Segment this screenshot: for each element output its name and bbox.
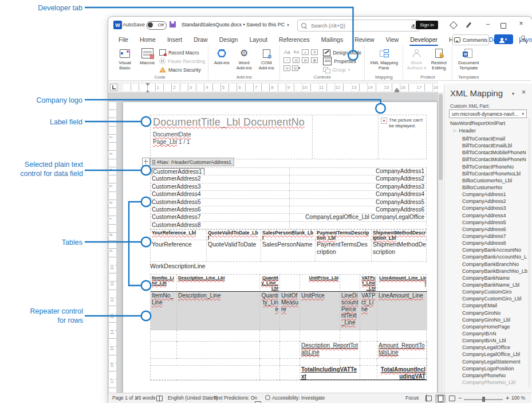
- search-input[interactable]: [310, 22, 409, 29]
- tab-mailings[interactable]: Mailings: [316, 33, 349, 46]
- minimize-button[interactable]: –: [484, 20, 492, 29]
- customer-address-cell[interactable]: CustomerAddress5: [151, 199, 290, 206]
- ref-value-cell[interactable]: PaymentTermsDescription: [316, 240, 372, 261]
- pane-options-icon[interactable]: ▾: [512, 91, 514, 96]
- macros-button[interactable]: Macros: [137, 47, 157, 74]
- read-mode-button[interactable]: [424, 394, 433, 402]
- customer-address-cell[interactable]: CustomerAddress3: [151, 183, 290, 190]
- tab-selector[interactable]: [110, 84, 117, 91]
- tab-references[interactable]: References: [273, 33, 316, 46]
- xml-field-companyaddress8[interactable]: CompanyAddress8: [462, 240, 530, 247]
- item-header-cell[interactable]: VATPct_Line_Lbl: [360, 275, 377, 292]
- xml-field-companylogoposition[interactable]: CompanyLogoPosition: [462, 365, 530, 372]
- document-title-control[interactable]: DocumentTitle_Lbl DocumentNo: [153, 116, 305, 128]
- maximize-button[interactable]: [501, 23, 506, 29]
- repeater-cell[interactable]: VATPct_Line: [360, 292, 377, 330]
- xml-field-companycustomgiro[interactable]: CompanyCustomGiro: [462, 288, 530, 295]
- record-macro-button[interactable]: Record Macro: [159, 49, 205, 56]
- xml-field-billtocontactphoneno[interactable]: BillToContactPhoneNo: [462, 163, 530, 170]
- xml-field-companybankname[interactable]: CompanyBankName: [462, 275, 530, 281]
- xml-field-companygirono-lbl[interactable]: CompanyGiroNo_Lbl: [462, 316, 530, 323]
- xml-field-companybankaccountno-l[interactable]: CompanyBankAccountNo_L: [462, 253, 530, 260]
- xml-field-billtocustumerno[interactable]: BilltoCustumerNo: [462, 184, 530, 191]
- xml-field-companyaddress2[interactable]: CompanyAddress2: [462, 198, 530, 205]
- totals-description-cell[interactable]: Description_ReportTotalsLine: [300, 342, 360, 359]
- xml-field-companyiban[interactable]: CompanyIBAN: [462, 330, 530, 337]
- text-predictions-status[interactable]: Text Predictions: On: [214, 395, 257, 401]
- document-page[interactable]: DocumentTitle_Lbl DocumentNo DocumentDat…: [123, 102, 437, 393]
- xml-field-companyiban-lbl[interactable]: CompanyIBAN_Lbl: [462, 337, 530, 344]
- ref-value-cell[interactable]: ShipmentMethodDescription: [372, 240, 427, 261]
- xml-field-companybankbranchno-lb[interactable]: CompanyBankBranchNo_Lb: [462, 268, 530, 275]
- table-move-handle[interactable]: [142, 158, 150, 166]
- xml-field-billtocustomerno-lbl[interactable]: BilltoCustomerNo_Lbl: [462, 177, 530, 184]
- customer-address-cell[interactable]: CustomerAddress8: [151, 222, 290, 229]
- document-scrollbar[interactable]: [438, 92, 443, 393]
- repeater-cell[interactable]: UnitPrice: [300, 292, 340, 330]
- customer-address-cell[interactable]: CustomerAddress7: [151, 214, 290, 221]
- save-icon[interactable]: [170, 21, 176, 28]
- zoom-level[interactable]: 100 %: [511, 395, 525, 401]
- company-address-cell[interactable]: CompanyAddress2: [290, 175, 426, 182]
- tab-insert[interactable]: Insert: [161, 33, 188, 46]
- customer-address-cell[interactable]: CustomerAddress4: [151, 191, 290, 198]
- plain-text-control[interactable]: CustomerAddress3: [152, 183, 201, 190]
- document-date-control[interactable]: DocumentDate: [153, 131, 191, 138]
- xml-field-companyaddress7[interactable]: CompanyAddress7: [462, 233, 530, 240]
- customer-address-cell[interactable]: CustomerAddress1: [151, 168, 290, 175]
- tab-view[interactable]: View: [380, 33, 405, 46]
- xml-field-billtocontactphonenolbl[interactable]: BillToContactPhoneNoLbl: [462, 170, 530, 177]
- xml-tree-header-node[interactable]: ▷ Header: [454, 128, 476, 134]
- plain-text-control[interactable]: CustomerAddress5: [152, 199, 201, 205]
- zoom-slider[interactable]: [464, 399, 503, 400]
- repeater-cell[interactable]: Description_Line: [177, 292, 260, 330]
- com-addins-button[interactable]: COM Add-ins: [256, 47, 277, 74]
- xml-tree-root[interactable]: NavWordReportXmlPart: [450, 120, 505, 126]
- xml-field-billtocontactemaillbl[interactable]: BillToContactEmailLbl: [462, 142, 530, 149]
- close-button[interactable]: ×: [517, 19, 525, 29]
- xml-field-companylegalstatement[interactable]: CompanyLegalStatement: [462, 358, 530, 365]
- total-incl-vat-amount-cell[interactable]: TotalAmountIncludingVAT: [377, 366, 427, 380]
- document-template-button[interactable]: Document Template: [455, 47, 482, 74]
- word-count[interactable]: 45 words: [136, 395, 156, 401]
- xml-field-companygirono[interactable]: CompanyGiroNo: [462, 310, 530, 316]
- pane-scrollbar[interactable]: [528, 118, 531, 388]
- ref-value-cell[interactable]: YourReference: [151, 240, 207, 261]
- plain-text-control[interactable]: CustomerAddress6: [152, 206, 201, 213]
- totals-amount-cell[interactable]: Amount_ReportTotalsLine: [377, 342, 427, 359]
- visual-basic-button[interactable]: Visual Basic: [115, 47, 135, 74]
- repeater-cell[interactable]: Quantity_Line: [260, 292, 280, 330]
- zoom-out-button[interactable]: −: [458, 394, 462, 401]
- xml-field-companyhomepage[interactable]: CompanyHomePage: [462, 323, 530, 330]
- customer-address-cell[interactable]: CustomerAddress2: [151, 175, 290, 182]
- restrict-editing-button[interactable]: Restrict Editing: [428, 47, 449, 74]
- zoom-in-button[interactable]: +: [506, 394, 509, 401]
- share-button[interactable]: ▾: [494, 34, 513, 44]
- xml-field-billtocontactmobilephonen[interactable]: BillToContactMobilePhoneN: [462, 156, 530, 163]
- macro-security-button[interactable]: !Macro Security: [159, 66, 205, 73]
- xml-field-billtocontactmobilephonen[interactable]: BillToContactMobilePhoneN: [462, 149, 530, 156]
- scrollbar-thumb[interactable]: [439, 94, 443, 180]
- tab-home[interactable]: Home: [134, 33, 161, 46]
- accessibility-status[interactable]: Accessibility: Investigate: [272, 395, 325, 401]
- web-layout-button[interactable]: [447, 394, 456, 402]
- work-description-line[interactable]: WorkDescriptionLine: [150, 263, 206, 269]
- repeater-cell[interactable]: UnitOfMeasure: [280, 292, 300, 330]
- microphone-icon[interactable]: [412, 24, 415, 28]
- xml-field-companylegaloffice[interactable]: CompanyLegalOffice: [462, 344, 530, 351]
- xml-field-companybankaccountno[interactable]: CompanyBankAccountNo: [462, 247, 530, 253]
- tab-design[interactable]: Design: [214, 33, 244, 46]
- plain-text-control[interactable]: CustomerAddress4: [152, 191, 201, 197]
- sign-in-button[interactable]: Sign in: [416, 21, 438, 29]
- xml-field-companyphoneno-lbl[interactable]: CompanyPhoneNo_Lbl: [462, 379, 530, 386]
- item-header-cell[interactable]: ItemNo_Line_Lbl: [151, 275, 177, 292]
- picture-placeholder[interactable]: × The picture can't be displayed.: [379, 115, 427, 159]
- xml-field-companyaddress6[interactable]: CompanyAddress6: [462, 226, 530, 233]
- tab-file[interactable]: File: [113, 33, 134, 46]
- xml-field-companyaddress1[interactable]: CompanyAddress1: [462, 191, 530, 198]
- repeater-cell[interactable]: ItemNo_Line: [151, 292, 177, 330]
- repeater-cell[interactable]: LineDiscountPercentText_Line: [340, 292, 360, 330]
- xml-field-companybankname-lbl[interactable]: CompanyBankName_Lbl: [462, 281, 530, 288]
- pane-close-icon[interactable]: ×: [522, 88, 526, 96]
- plain-text-control[interactable]: CustomerAddress8: [152, 222, 201, 228]
